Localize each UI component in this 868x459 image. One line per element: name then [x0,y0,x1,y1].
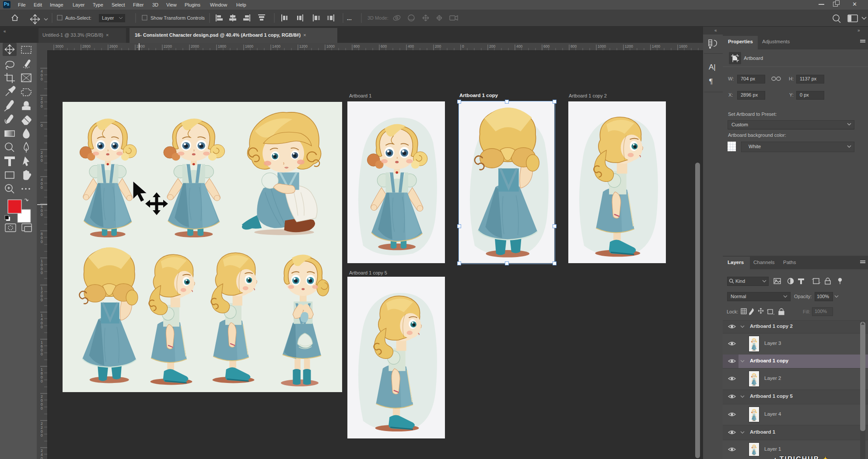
svg-text:600: 600 [543,44,550,49]
svg-text:400: 400 [516,44,522,49]
svg-text:0: 0 [41,240,43,244]
svg-text:...: ... [347,15,352,21]
svg-text:0: 0 [41,271,43,275]
svg-text:Layer: Layer [102,15,114,21]
svg-text:3000: 3000 [55,44,63,49]
svg-text:2000: 2000 [191,44,199,49]
svg-text:1600: 1600 [245,44,253,49]
svg-text:0: 0 [41,433,43,438]
svg-text:Show Transform Controls: Show Transform Controls [150,15,205,21]
svg-text:1800: 1800 [218,44,226,49]
svg-text:0: 0 [41,325,43,329]
svg-text:0: 0 [41,352,43,356]
svg-text:0: 0 [41,406,43,410]
svg-text:0: 0 [41,185,43,190]
svg-text:0: 0 [41,298,43,302]
svg-text:1000: 1000 [326,44,335,49]
svg-text:2800: 2800 [82,44,91,49]
svg-text:0: 0 [41,158,43,163]
svg-text:400: 400 [408,44,414,49]
svg-text:200: 200 [435,44,441,49]
svg-text:3D Mode:: 3D Mode: [368,15,388,21]
svg-text:1200: 1200 [299,44,308,49]
svg-text:1600: 1600 [679,44,687,49]
svg-text:0: 0 [41,456,43,459]
svg-text:0: 0 [41,379,43,383]
svg-text:2600: 2600 [109,44,118,49]
svg-text:0: 0 [41,104,43,108]
svg-text:0: 0 [41,123,43,128]
svg-text:1000: 1000 [598,44,606,49]
svg-text:1200: 1200 [625,44,633,49]
svg-text:1400: 1400 [652,44,660,49]
svg-text:0: 0 [41,212,43,217]
svg-text:2200: 2200 [164,44,172,49]
svg-text:800: 800 [354,44,360,49]
svg-text:0: 0 [41,77,43,81]
svg-text:800: 800 [570,44,577,49]
svg-text:1400: 1400 [272,44,280,49]
svg-text:200: 200 [489,44,495,49]
svg-text:600: 600 [381,44,387,49]
svg-text:2400: 2400 [136,44,145,49]
svg-text:Auto-Select:: Auto-Select: [65,15,91,21]
svg-text:0: 0 [462,44,464,49]
